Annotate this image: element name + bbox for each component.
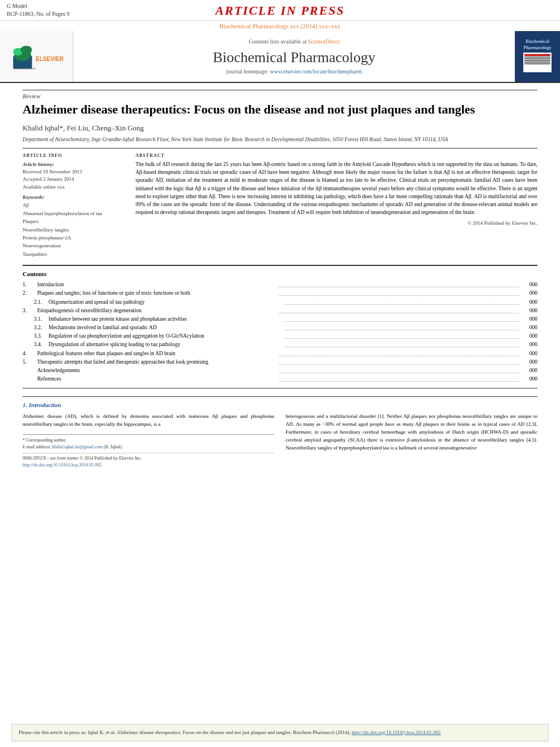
- affiliation: Department of Neurochemistry, Inge Grund…: [23, 136, 537, 143]
- bcp-label: BCP-11863; No. of Pages 9: [7, 10, 143, 18]
- toc-item-2: 2. Plaques and tangles; loss of function…: [23, 289, 537, 298]
- doi-line: Biochemical Pharmacology xxx (2014) xxx–…: [0, 21, 560, 31]
- contents-line: Contents lists available at ScienceDirec…: [248, 38, 339, 45]
- journal-header: ELSEVIER www.elsevier.com Contents lists…: [0, 31, 560, 83]
- info-abstract-row: Article Info Article history: Received 1…: [23, 148, 537, 258]
- article-in-press-banner: ARTICLE IN PRESS: [143, 2, 417, 18]
- journal-logo-right: BiochemicalPharmacology: [515, 31, 560, 82]
- toc-item-5: 5. Therapeutic attempts that failed and …: [23, 358, 537, 366]
- introduction-section: 1. Introduction Alzheimer disease (AD), …: [23, 396, 537, 469]
- email-link[interactable]: khalid.iqbal.liu@gmail.com: [52, 444, 103, 449]
- footnote-email: E-mail address: khalid.iqbal.liu@gmail.c…: [23, 444, 274, 451]
- bottom-note-link[interactable]: http://dx.doi.org/10.1016/j.bcp.2014.01.…: [352, 729, 441, 735]
- toc-item-2-1: 2.1. Oligomerization and spread of tau p…: [23, 298, 537, 307]
- contents-section: Contents 1. Introduction 000 2. Plaques …: [23, 265, 537, 388]
- article-info-heading: Article Info: [23, 153, 124, 158]
- toc-item-3-2: 3.2. Mechanisms involved in familial and…: [23, 324, 537, 332]
- sciencedirect-link[interactable]: ScienceDirect: [308, 38, 339, 45]
- introduction-two-col: Alzheimer disease (AD), which is defined…: [23, 413, 537, 469]
- doi-footnote-link[interactable]: http://dx.doi.org/10.1016/j.bcp.2014.01.…: [23, 462, 102, 468]
- journal-title: Biochemical Pharmacology: [213, 49, 375, 66]
- intro-text-left: Alzheimer disease (AD), which is defined…: [23, 413, 274, 429]
- review-label: Review: [23, 90, 537, 99]
- accepted-text: Accepted 2 January 2014: [23, 176, 124, 184]
- email-label-text: E-mail address:: [23, 444, 51, 449]
- toc-item-1: 1. Introduction 000: [23, 281, 537, 289]
- svg-text:www.elsevier.com: www.elsevier.com: [13, 67, 36, 70]
- journal-center: Contents lists available at ScienceDirec…: [73, 31, 515, 82]
- doi-text: Biochemical Pharmacology xxx (2014) xxx–…: [220, 23, 340, 29]
- homepage-link[interactable]: www.elsevier.com/locate/biochempharm: [270, 68, 362, 75]
- top-bar: G Model BCP-11863; No. of Pages 9 ARTICL…: [0, 0, 560, 21]
- article-info-panel: Article Info Article history: Received 1…: [23, 153, 124, 258]
- abstract-text: The bulk of AD research during the last …: [135, 160, 537, 217]
- article-content: Review Alzheimer disease therapeutics: F…: [0, 83, 560, 718]
- elsevier-logo-area: ELSEVIER www.elsevier.com: [0, 31, 73, 82]
- author-names: Khalid Iqbal*, Fei Liu, Cheng–Xin Gong: [23, 124, 144, 132]
- bottom-note-text: Please cite this article in press as: Iq…: [19, 729, 351, 735]
- received-text: Received 19 November 2013: [23, 168, 124, 176]
- doi-footnote: http://dx.doi.org/10.1016/j.bcp.2014.01.…: [23, 462, 274, 469]
- abstract-copyright: © 2014 Published by Elsevier Inc.: [135, 220, 537, 226]
- email-name-text: (K. Iqbal).: [104, 444, 123, 449]
- toc-item-3-3: 3.3. Regulation of tau phosphorylation a…: [23, 332, 537, 340]
- contents-heading: Contents: [23, 270, 537, 277]
- article-history-heading: Article history:: [23, 161, 124, 167]
- page: G Model BCP-11863; No. of Pages 9 ARTICL…: [0, 0, 560, 747]
- toc-item-4: 4. Pathological features other than plaq…: [23, 350, 537, 358]
- keyword-2: Abnormal hyperphosphorylation of tau: [23, 209, 124, 217]
- top-bar-left: G Model BCP-11863; No. of Pages 9: [7, 2, 143, 18]
- introduction-heading: 1. Introduction: [23, 401, 537, 408]
- abstract-section: Abstract The bulk of AD research during …: [135, 153, 537, 258]
- intro-text-right: heterogeneous and a multifactorial disor…: [286, 413, 537, 452]
- intro-col-left: Alzheimer disease (AD), which is defined…: [23, 413, 274, 469]
- gmodel-label: G Model: [7, 2, 143, 10]
- svg-point-3: [20, 45, 32, 54]
- toc-item-ack: Acknowledgements 000: [23, 366, 537, 375]
- intro-col-right: heterogeneous and a multifactorial disor…: [286, 413, 537, 469]
- abstract-heading: Abstract: [135, 153, 537, 158]
- footnote-area: * Corresponding author. E-mail address: …: [23, 434, 274, 469]
- issn-text: 0006-2952/$ – see front matter © 2014 Pu…: [23, 455, 274, 462]
- biochem-pharm-logo: BiochemicalPharmacology: [521, 37, 553, 76]
- homepage-label: journal homepage:: [226, 68, 269, 75]
- toc-item-refs: References 000: [23, 375, 537, 383]
- authors: Khalid Iqbal*, Fei Liu, Cheng–Xin Gong: [23, 124, 537, 133]
- toc-item-3-4: 3.4. Dysregulation of alternative splici…: [23, 340, 537, 349]
- keyword-6: Neuroregeneration: [23, 242, 124, 250]
- article-title: Alzheimer disease therapeutics: Focus on…: [23, 102, 537, 118]
- contents-available-text: Contents lists available at: [248, 38, 306, 45]
- svg-text:ELSEVIER: ELSEVIER: [36, 56, 64, 62]
- keyword-5: Protein phosphatase-2A: [23, 234, 124, 242]
- keyword-1: Aβ: [23, 201, 124, 209]
- keywords-list: Aβ Abnormal hyperphosphorylation of tau …: [23, 201, 124, 258]
- toc-item-3: 3. Etiopathogenesis of neurofibrillary d…: [23, 307, 537, 315]
- elsevier-logo-svg: ELSEVIER www.elsevier.com: [8, 41, 65, 72]
- keyword-3: Plaques: [23, 217, 124, 225]
- keyword-7: Tauopathies: [23, 250, 124, 258]
- footnote-corresponding: * Corresponding author.: [23, 437, 274, 444]
- toc-item-3-1: 3.1. Imbalance between tau protein kinas…: [23, 315, 537, 324]
- bottom-note: Please cite this article in press as: Iq…: [11, 724, 549, 742]
- keywords-heading: Keywords:: [23, 194, 124, 200]
- available-text: Available online xxx: [23, 184, 124, 191]
- keyword-4: Neurofibrillary tangles: [23, 226, 124, 234]
- journal-homepage: journal homepage: www.elsevier.com/locat…: [226, 68, 362, 75]
